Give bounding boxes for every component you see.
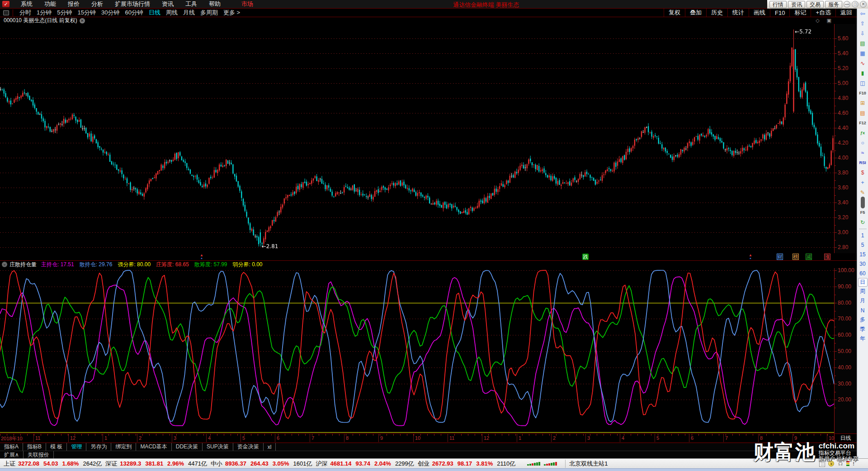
coin-icon[interactable]: ¥: [828, 461, 834, 466]
extension-tab[interactable]: 扩展∧: [0, 451, 24, 458]
kline-view-icon[interactable]: ▮: [857, 68, 868, 78]
indicator-canvas[interactable]: [0, 268, 834, 433]
price-chart-pane[interactable]: 5.605.405.205.004.804.604.404.204.003.80…: [0, 24, 857, 253]
index-quote-group[interactable]: 深证13289.3381.812.96%4471亿: [105, 460, 207, 468]
close-chart-icon[interactable]: ✕: [80, 18, 85, 24]
period-tab[interactable]: 分时: [17, 9, 34, 17]
sidebar-period-15[interactable]: 15: [857, 250, 868, 259]
wave-tool-icon[interactable]: ≈: [857, 148, 868, 158]
sidebar-period-60[interactable]: 60: [857, 268, 868, 278]
indicator-tab[interactable]: 管理: [67, 443, 86, 451]
satellite-icon[interactable]: ☊: [837, 461, 843, 466]
period-tab[interactable]: 30分钟: [99, 9, 122, 17]
quote-grid-icon[interactable]: ▦: [857, 48, 868, 58]
toolbar-button[interactable]: 返回: [835, 9, 857, 17]
quick-button[interactable]: 行情: [769, 1, 787, 8]
menu-item[interactable]: 功能: [38, 0, 62, 8]
period-tab[interactable]: 月线: [180, 9, 198, 17]
report-view-icon[interactable]: ▤: [857, 38, 868, 48]
sidebar-scrollbar-thumb[interactable]: [857, 198, 868, 207]
circle-tool-icon[interactable]: ○: [857, 138, 868, 148]
period-tab[interactable]: 周线: [163, 9, 180, 17]
pencil-icon[interactable]: ✎: [857, 188, 868, 198]
sidebar-period-1[interactable]: 1: [857, 231, 868, 240]
menu-item-market[interactable]: 市场: [236, 0, 259, 8]
multi-pane-icon[interactable]: ◫: [857, 78, 868, 88]
quick-button[interactable]: 服务: [825, 1, 842, 8]
indicator-tab[interactable]: MACD基本: [136, 443, 171, 451]
f12-trade-icon[interactable]: F12: [857, 118, 868, 128]
indicator-pane[interactable]: 100.0090.0080.0070.0060.0050.0040.0030.0…: [0, 268, 857, 433]
period-tab[interactable]: 1分钟: [34, 9, 54, 17]
block-tree-icon[interactable]: ⊞: [857, 98, 868, 108]
money-flow-icon[interactable]: $: [857, 168, 868, 178]
toolbar-button[interactable]: F10: [770, 9, 789, 17]
indicator-tab[interactable]: xl: [264, 443, 276, 451]
layout-icon[interactable]: [3, 10, 9, 15]
sidebar-period-N[interactable]: N: [857, 306, 868, 315]
traffic-light-icon[interactable]: [846, 461, 849, 466]
indicator-tab[interactable]: 另存为: [86, 443, 111, 451]
indicator-tab[interactable]: SUP决策: [203, 443, 233, 451]
toolbar-button[interactable]: 历史: [706, 9, 727, 17]
close-button[interactable]: ✕: [860, 1, 867, 8]
indicator-tab[interactable]: 资金决策: [233, 443, 264, 451]
indicator-tab[interactable]: 指标B: [23, 443, 46, 451]
period-tab[interactable]: 60分钟: [122, 9, 146, 17]
index-quote-group[interactable]: 上证3272.0854.031.68%2642亿: [4, 460, 102, 468]
index-quote-group[interactable]: 中小8936.37264.433.05%1601亿: [211, 460, 312, 468]
sidebar-period-5[interactable]: 5: [857, 240, 868, 250]
toolbar-button[interactable]: 统计: [727, 9, 749, 17]
back-arrow-icon[interactable]: ⇦: [857, 9, 868, 19]
server-name[interactable]: 北京双线主站1: [565, 460, 608, 468]
index-quote-group[interactable]: 沪深4681.1493.742.04%2299亿: [316, 460, 414, 468]
menu-item[interactable]: 工具: [179, 0, 203, 8]
sidebar-period-月[interactable]: 月: [857, 296, 868, 306]
collapse-indicator-icon[interactable]: ⌄: [2, 262, 7, 267]
restore-button[interactable]: □: [852, 1, 859, 8]
indicator-tab[interactable]: 指标A: [0, 443, 23, 451]
f5-refresh-icon[interactable]: F5: [857, 207, 868, 217]
page-down-icon[interactable]: ⇩: [857, 28, 868, 38]
chart-corner-icon-0[interactable]: ◇: [816, 18, 819, 24]
sidebar-period-多[interactable]: 多: [857, 315, 868, 325]
period-tab[interactable]: 15分钟: [75, 9, 98, 17]
toolbar-button[interactable]: +自选: [811, 9, 835, 17]
period-tab[interactable]: 更多 >: [221, 9, 243, 17]
scrollbar-thumb[interactable]: [861, 197, 865, 208]
indicator-tab[interactable]: 模 板: [46, 443, 67, 451]
formula-icon[interactable]: ƒx: [857, 128, 868, 138]
minimize-button[interactable]: —: [844, 1, 850, 8]
toolbar-button[interactable]: 标记: [789, 9, 811, 17]
rsi-icon[interactable]: RSI: [857, 158, 868, 168]
period-tab[interactable]: 5分钟: [54, 9, 75, 17]
menu-item[interactable]: 帮助: [203, 0, 226, 8]
quick-button[interactable]: 交易: [807, 1, 824, 8]
indicator-tab[interactable]: DDE决策: [172, 443, 203, 451]
candlestick-canvas[interactable]: [0, 24, 834, 253]
period-tab[interactable]: 多周期: [198, 9, 221, 17]
menu-item[interactable]: 报价: [62, 0, 85, 8]
chart-corner-icon-1[interactable]: ▣: [827, 18, 831, 24]
quick-button[interactable]: 资讯: [788, 1, 805, 8]
alert-icon[interactable]: !: [853, 461, 854, 466]
toolbar-button[interactable]: 叠加: [685, 9, 706, 17]
menu-item[interactable]: 分析: [85, 0, 109, 8]
indicator-tab[interactable]: 绑定到: [111, 443, 136, 451]
menu-item[interactable]: 资讯: [156, 0, 179, 8]
sidebar-period-季[interactable]: 季: [857, 325, 868, 334]
sidebar-period-周[interactable]: 周: [857, 287, 868, 296]
sidebar-period-日[interactable]: 日: [858, 278, 868, 287]
extension-tab[interactable]: 关联报价: [24, 451, 54, 458]
menu-item[interactable]: 扩展市场行情: [109, 0, 156, 8]
period-tab[interactable]: 日线: [146, 9, 163, 17]
toolbar-button[interactable]: 复权: [664, 9, 685, 17]
toolbar-button[interactable]: 画线: [749, 9, 770, 17]
menu-item[interactable]: 系统: [15, 0, 38, 8]
page-up-icon[interactable]: ⇧: [857, 19, 868, 28]
message-list-icon[interactable]: [819, 461, 825, 467]
refresh-icon[interactable]: ↻: [857, 217, 868, 227]
clipboard-icon[interactable]: ▤: [857, 108, 868, 118]
move-tool-icon[interactable]: +: [857, 178, 868, 188]
trend-line-icon[interactable]: ∿: [857, 58, 868, 68]
